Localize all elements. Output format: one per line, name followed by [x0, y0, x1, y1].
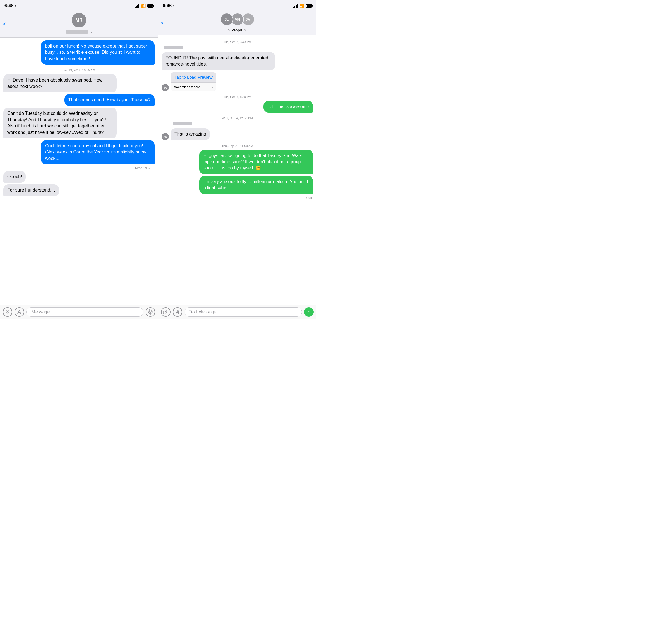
- right-status-bar: 6:46 ↑ 📶: [158, 0, 316, 11]
- message-bubble: That sounds good. How is your Tuesday?: [64, 94, 154, 106]
- link-preview-row: JA Tap to Load Preview towardsdatascie..…: [162, 72, 313, 91]
- back-button[interactable]: <: [3, 20, 6, 28]
- apps-icon[interactable]: A: [15, 307, 24, 317]
- message-bubble: Ooooh!: [3, 171, 26, 183]
- right-input-bar: A Text Message ↑: [158, 305, 316, 319]
- camera-icon[interactable]: [161, 307, 170, 317]
- message-bubble: Hi Dave! I have been absolutely swamped.…: [3, 74, 117, 93]
- battery-icon: [306, 4, 312, 7]
- send-button[interactable]: ↑: [304, 307, 314, 317]
- timestamp-label: Tue, Sep 3, 3:43 PM: [162, 40, 313, 44]
- right-time: 6:46 ↑: [163, 3, 174, 9]
- right-panel: 6:46 ↑ 📶 < JL AN JA: [158, 0, 316, 319]
- sender-label: [162, 46, 313, 50]
- message-row: Lol. This is awesome: [162, 101, 313, 113]
- left-messages-area: ball on our lunch! No excuse except that…: [0, 37, 158, 305]
- svg-rect-0: [5, 311, 10, 314]
- message-row: Can't do Tuesday but could do Wednesday …: [3, 107, 154, 138]
- signal-icon: [293, 4, 298, 8]
- signal-icon: [135, 4, 139, 8]
- avatar-ja-small: JA: [162, 84, 169, 91]
- mic-button[interactable]: [146, 307, 155, 317]
- message-row: FOUND IT! The post with neural-network-g…: [162, 52, 313, 70]
- message-bubble: I'm very anxious to fly to millennium fa…: [199, 176, 313, 194]
- group-arrow: >: [244, 28, 247, 32]
- left-input-bar: A iMessage: [0, 305, 158, 319]
- left-status-bar: 6:48 ↑ 📶: [0, 0, 158, 11]
- timestamp-label: Tue, Sep 3, 8:39 PM: [162, 95, 313, 99]
- message-row: I'm very anxious to fly to millennium fa…: [162, 176, 313, 194]
- left-panel: 6:48 ↑ 📶 < MR > ball: [0, 0, 158, 319]
- back-button[interactable]: <: [161, 19, 165, 27]
- right-messages-area: Tue, Sep 3, 3:43 PM FOUND IT! The post w…: [158, 35, 316, 305]
- message-bubble: Can't do Tuesday but could do Wednesday …: [3, 107, 117, 138]
- message-row: That sounds good. How is your Tuesday?: [3, 94, 154, 106]
- battery-icon: [147, 4, 153, 7]
- message-bubble: Cool, let me check my cal and I'll get b…: [41, 140, 154, 164]
- link-preview[interactable]: Tap to Load Preview towardsdatascie... ›: [170, 72, 216, 91]
- svg-rect-8: [165, 310, 167, 311]
- avatar-jl: JL: [220, 13, 233, 26]
- svg-rect-6: [163, 311, 168, 314]
- message-bubble: Lol. This is awesome: [264, 101, 313, 113]
- timestamp-label: Wed, Sep 4, 12:59 PM: [162, 117, 313, 120]
- avatar-an-small: AN: [162, 133, 169, 140]
- message-row: Ooooh!: [3, 171, 154, 183]
- wifi-icon: 📶: [141, 4, 146, 8]
- svg-point-1: [7, 312, 9, 314]
- left-chat-header: < MR >: [0, 11, 158, 37]
- location-arrow-icon: ↑: [173, 4, 174, 8]
- read-receipt: Read: [162, 196, 312, 199]
- left-status-icons: 📶: [135, 4, 154, 8]
- message-bubble: FOUND IT! The post with neural-network-g…: [162, 52, 275, 70]
- location-arrow-icon: ↑: [15, 4, 16, 8]
- link-url[interactable]: towardsdatascie... ›: [170, 82, 216, 91]
- message-row: For sure I understand....: [3, 184, 154, 196]
- message-input[interactable]: iMessage: [26, 307, 144, 317]
- message-row: Hi Dave! I have been absolutely swamped.…: [3, 74, 154, 93]
- message-bubble: That is amazing: [170, 128, 210, 140]
- sender-label: [162, 122, 313, 127]
- message-bubble: ball on our lunch! No excuse except that…: [41, 40, 154, 65]
- read-receipt: Read 1/19/18: [3, 166, 153, 170]
- message-bubble: Hi guys, are we going to do that Disney …: [199, 150, 313, 174]
- contact-arrow: >: [90, 30, 92, 34]
- svg-point-7: [165, 312, 167, 314]
- message-row: Hi guys, are we going to do that Disney …: [162, 150, 313, 174]
- timestamp-label: Jan 19, 2018, 10:35 AM: [3, 69, 154, 72]
- svg-rect-3: [149, 309, 151, 313]
- contact-avatar: MR: [72, 13, 86, 28]
- group-name[interactable]: 3 People >: [228, 28, 247, 32]
- timestamp-label: Thu, Sep 26, 11:09 AM: [162, 144, 313, 148]
- camera-icon[interactable]: [3, 307, 12, 317]
- right-status-icons: 📶: [293, 4, 312, 8]
- left-time: 6:48 ↑: [4, 3, 16, 9]
- blurred-name: [66, 30, 88, 34]
- message-row: ball on our lunch! No excuse except that…: [3, 40, 154, 65]
- svg-rect-2: [7, 310, 9, 311]
- wifi-icon: 📶: [299, 4, 304, 8]
- message-row: AN That is amazing: [162, 128, 313, 140]
- contact-name[interactable]: >: [66, 29, 92, 34]
- message-bubble: For sure I understand....: [3, 184, 59, 196]
- message-input[interactable]: Text Message: [185, 307, 302, 317]
- chevron-right-icon: ›: [212, 85, 213, 89]
- apps-icon[interactable]: A: [173, 307, 182, 317]
- group-avatars: JL AN JA: [220, 13, 254, 26]
- tap-to-load[interactable]: Tap to Load Preview: [170, 72, 216, 82]
- message-row: Cool, let me check my cal and I'll get b…: [3, 140, 154, 164]
- right-chat-header: < JL AN JA 3 People >: [158, 11, 316, 35]
